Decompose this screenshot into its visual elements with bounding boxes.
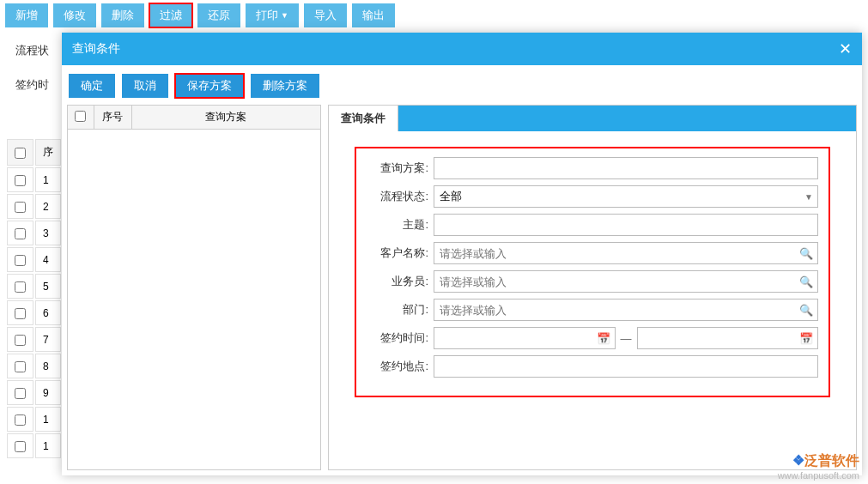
bg-row-check[interactable] [15, 335, 26, 346]
label-customer: 客户名称: [367, 245, 434, 261]
print-label: 打印 [256, 8, 278, 23]
brand-url: www.fanpusoft.com [778, 470, 859, 481]
bg-row-seq: 9 [35, 380, 61, 405]
dialog-toolbar: 确定 取消 保存方案 删除方案 [67, 69, 857, 105]
dialog-header: 查询条件 ✕ [62, 33, 862, 65]
label-subject: 主题: [367, 217, 434, 233]
bg-row-seq: 5 [35, 274, 61, 299]
bg-row-check[interactable] [15, 388, 26, 399]
bg-row-check[interactable] [15, 255, 26, 266]
bg-row-seq: 8 [35, 354, 61, 378]
bg-row-seq: 1 [35, 433, 61, 458]
query-dialog: 查询条件 ✕ 确定 取消 保存方案 删除方案 序号 查询方案 查询条 [62, 33, 862, 475]
scheme-check-all[interactable] [75, 111, 86, 122]
edit-button[interactable]: 修改 [53, 3, 96, 27]
export-button[interactable]: 输出 [352, 3, 395, 27]
save-scheme-button[interactable]: 保存方案 [175, 74, 244, 98]
bg-row-check[interactable] [15, 361, 26, 372]
sign-place-input[interactable] [434, 355, 818, 378]
range-separator: — [621, 332, 632, 345]
bg-row-check[interactable] [15, 308, 26, 319]
restore-button[interactable]: 还原 [197, 3, 240, 27]
label-scheme: 查询方案: [367, 160, 434, 176]
label-sign-place: 签约地点: [367, 359, 434, 374]
import-button[interactable]: 导入 [304, 3, 347, 27]
sign-time-from-input[interactable] [434, 327, 616, 349]
bg-row-check[interactable] [15, 441, 26, 452]
tab-conditions[interactable]: 查询条件 [329, 106, 398, 131]
bg-data-table: 序 1 2 3 4 5 6 7 8 9 1 1 [5, 137, 63, 460]
bg-row-seq: 1 [35, 167, 61, 192]
bg-seq-header: 序 [35, 139, 61, 166]
condition-tabs: 查询条件 [329, 106, 856, 131]
scheme-list-panel: 序号 查询方案 [67, 105, 321, 470]
dialog-body: 确定 取消 保存方案 删除方案 序号 查询方案 查询条件 [62, 65, 862, 475]
bg-row-check[interactable] [15, 414, 26, 426]
brand-name: 泛普软件 [804, 453, 859, 468]
filter-button[interactable]: 过滤 [149, 3, 192, 27]
label-process-status: 流程状态: [367, 189, 434, 204]
salesman-input[interactable] [434, 270, 818, 293]
dialog-title: 查询条件 [72, 41, 120, 57]
caret-down-icon: ▼ [281, 11, 288, 20]
label-sign-time: 签约时间: [367, 330, 434, 346]
scheme-seq-header: 序号 [94, 106, 131, 130]
label-department: 部门: [367, 302, 434, 318]
cancel-button[interactable]: 取消 [122, 74, 168, 98]
watermark: ❖泛普软件 www.fanpusoft.com [778, 452, 859, 481]
bg-check-all[interactable] [15, 148, 26, 159]
bg-row-check[interactable] [15, 228, 26, 239]
process-status-select[interactable] [434, 185, 818, 208]
condition-panel: 查询条件 查询方案: 流程状态: ▼ [328, 105, 857, 470]
scheme-name-header: 查询方案 [131, 106, 320, 130]
bg-row-seq: 4 [35, 247, 61, 272]
bg-row-seq: 3 [35, 221, 61, 245]
condition-form: 查询方案: 流程状态: ▼ 主题: [355, 147, 830, 397]
label-salesman: 业务员: [367, 274, 434, 289]
bg-row-seq: 6 [35, 300, 61, 325]
bg-row-seq: 1 [35, 407, 61, 432]
print-button[interactable]: 打印▼ [246, 3, 299, 27]
customer-input[interactable] [434, 242, 818, 264]
new-button[interactable]: 新增 [5, 3, 48, 27]
bg-row-check[interactable] [15, 202, 26, 213]
bg-row-check[interactable] [15, 281, 26, 293]
bg-row-seq: 2 [35, 194, 61, 219]
subject-input[interactable] [434, 214, 818, 236]
bg-row-seq: 7 [35, 327, 61, 352]
department-input[interactable] [434, 299, 818, 321]
bg-label-signtime: 签约时 [15, 77, 49, 93]
close-icon[interactable]: ✕ [839, 39, 852, 58]
logo-icon: ❖ [792, 453, 804, 468]
delete-button[interactable]: 删除 [101, 3, 144, 27]
sign-time-to-input[interactable] [637, 327, 819, 349]
ok-button[interactable]: 确定 [69, 74, 115, 98]
main-toolbar: 新增 修改 删除 过滤 还原 打印▼ 导入 输出 [0, 0, 868, 31]
bg-form-labels: 流程状 签约时 [15, 43, 49, 112]
bg-row-check[interactable] [15, 175, 26, 186]
bg-label-process: 流程状 [15, 43, 49, 58]
scheme-input[interactable] [434, 157, 818, 179]
delete-scheme-button[interactable]: 删除方案 [251, 74, 319, 98]
